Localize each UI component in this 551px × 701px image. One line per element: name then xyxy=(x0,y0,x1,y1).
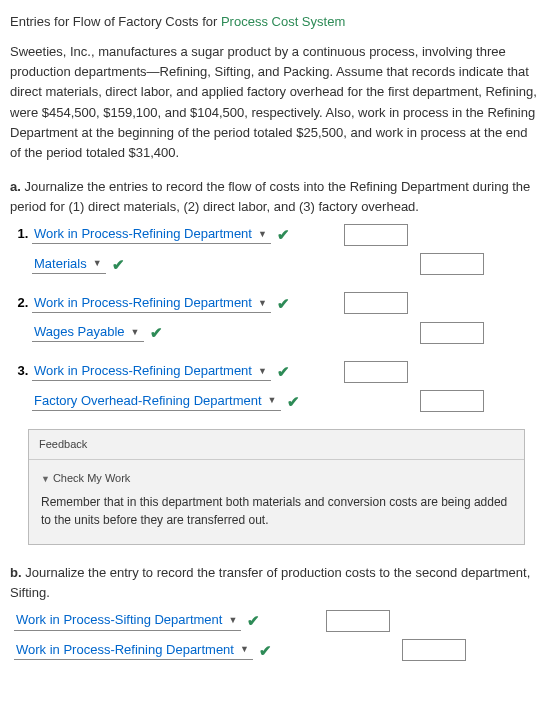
part-a-prompt: a. Journalize the entries to record the … xyxy=(10,177,541,217)
chevron-down-icon: ▼ xyxy=(264,394,279,407)
entry-1-debit-row: Work in Process-Refining Department ▼ ✔ xyxy=(32,223,541,246)
part-a-letter: a. xyxy=(10,179,21,194)
chevron-down-icon: ▼ xyxy=(41,474,50,484)
check-my-work-toggle[interactable]: ▼Check My Work xyxy=(41,470,512,487)
chevron-down-icon: ▼ xyxy=(254,365,269,378)
title-prefix: Entries for Flow of Factory Costs for xyxy=(10,14,221,29)
entry-1-debit-amount-input[interactable] xyxy=(344,224,408,246)
entry-2-credit-amount-input[interactable] xyxy=(420,322,484,344)
dropdown-label: Work in Process-Refining Department xyxy=(14,641,236,659)
title-link[interactable]: Process Cost System xyxy=(221,14,345,29)
checkmark-icon: ✔ xyxy=(112,253,125,276)
part-b-debit-row: Work in Process-Sifting Department ▼ ✔ xyxy=(14,609,541,632)
entry-1-debit-account-dropdown[interactable]: Work in Process-Refining Department ▼ xyxy=(32,225,271,244)
entry-1: Work in Process-Refining Department ▼ ✔ … xyxy=(32,223,541,276)
part-b-credit-row: Work in Process-Refining Department ▼ ✔ xyxy=(14,639,541,662)
dropdown-label: Wages Payable xyxy=(32,323,127,341)
check-my-work-label: Check My Work xyxy=(53,472,130,484)
entry-3-credit-account-dropdown[interactable]: Factory Overhead-Refining Department ▼ xyxy=(32,392,281,411)
chevron-down-icon: ▼ xyxy=(254,297,269,310)
part-b-debit-amount-input[interactable] xyxy=(326,610,390,632)
intro-paragraph: Sweeties, Inc., manufactures a sugar pro… xyxy=(10,42,541,163)
dropdown-label: Materials xyxy=(32,255,89,273)
entry-3: Work in Process-Refining Department ▼ ✔ … xyxy=(32,360,541,413)
part-a-text: Journalize the entries to record the flo… xyxy=(10,179,530,214)
feedback-header: Feedback xyxy=(29,430,524,460)
entry-1-credit-row: Materials ▼ ✔ xyxy=(32,253,541,276)
part-b-debit-account-dropdown[interactable]: Work in Process-Sifting Department ▼ xyxy=(14,611,241,630)
dropdown-label: Factory Overhead-Refining Department xyxy=(32,392,264,410)
entry-2-debit-account-dropdown[interactable]: Work in Process-Refining Department ▼ xyxy=(32,294,271,313)
dropdown-label: Work in Process-Refining Department xyxy=(32,362,254,380)
chevron-down-icon: ▼ xyxy=(254,228,269,241)
entry-1-credit-account-dropdown[interactable]: Materials ▼ xyxy=(32,255,106,274)
checkmark-icon: ✔ xyxy=(259,639,272,662)
entry-2-credit-row: Wages Payable ▼ ✔ xyxy=(32,321,541,344)
checkmark-icon: ✔ xyxy=(277,360,290,383)
entry-3-credit-amount-input[interactable] xyxy=(420,390,484,412)
part-b-entries: Work in Process-Sifting Department ▼ ✔ W… xyxy=(14,609,541,662)
feedback-body: ▼Check My Work Remember that in this dep… xyxy=(29,460,524,544)
checkmark-icon: ✔ xyxy=(277,223,290,246)
feedback-panel: Feedback ▼Check My Work Remember that in… xyxy=(28,429,525,545)
entry-2-debit-amount-input[interactable] xyxy=(344,292,408,314)
dropdown-label: Work in Process-Sifting Department xyxy=(14,611,224,629)
part-b-credit-account-dropdown[interactable]: Work in Process-Refining Department ▼ xyxy=(14,641,253,660)
chevron-down-icon: ▼ xyxy=(89,257,104,270)
part-b-credit-amount-input[interactable] xyxy=(402,639,466,661)
entry-3-debit-account-dropdown[interactable]: Work in Process-Refining Department ▼ xyxy=(32,362,271,381)
chevron-down-icon: ▼ xyxy=(127,326,142,339)
part-b-letter: b. xyxy=(10,565,22,580)
checkmark-icon: ✔ xyxy=(247,609,260,632)
dropdown-label: Work in Process-Refining Department xyxy=(32,294,254,312)
entry-1-credit-amount-input[interactable] xyxy=(420,253,484,275)
entry-3-credit-row: Factory Overhead-Refining Department ▼ ✔ xyxy=(32,390,541,413)
entry-2-credit-account-dropdown[interactable]: Wages Payable ▼ xyxy=(32,323,144,342)
page-title: Entries for Flow of Factory Costs for Pr… xyxy=(10,12,541,32)
entry-2-debit-row: Work in Process-Refining Department ▼ ✔ xyxy=(32,292,541,315)
checkmark-icon: ✔ xyxy=(150,321,163,344)
part-b-text: Journalize the entry to record the trans… xyxy=(10,565,530,600)
checkmark-icon: ✔ xyxy=(287,390,300,413)
entry-3-debit-amount-input[interactable] xyxy=(344,361,408,383)
chevron-down-icon: ▼ xyxy=(224,614,239,627)
part-b-prompt: b. Journalize the entry to record the tr… xyxy=(10,563,541,603)
entry-3-debit-row: Work in Process-Refining Department ▼ ✔ xyxy=(32,360,541,383)
dropdown-label: Work in Process-Refining Department xyxy=(32,225,254,243)
checkmark-icon: ✔ xyxy=(277,292,290,315)
entry-2: Work in Process-Refining Department ▼ ✔ … xyxy=(32,292,541,345)
chevron-down-icon: ▼ xyxy=(236,643,251,656)
part-a-entries-list: Work in Process-Refining Department ▼ ✔ … xyxy=(10,223,541,413)
feedback-hint-text: Remember that in this department both ma… xyxy=(41,493,512,530)
